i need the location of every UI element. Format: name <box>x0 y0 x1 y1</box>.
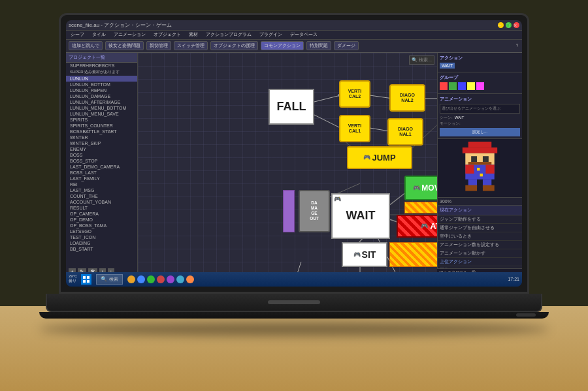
node-wait[interactable]: 🎮 WAIT <box>331 193 390 239</box>
menu-plugin[interactable]: プラグイン <box>257 31 284 38</box>
menu-scene[interactable]: シーフ <box>69 31 86 38</box>
action-item-2[interactable]: 通常ジャンプを自由させる <box>438 224 522 232</box>
svg-rect-17 <box>468 142 492 148</box>
sidebar-item-letssgo[interactable]: LETSSGO <box>66 228 137 234</box>
sidebar-item-bossbattle[interactable]: BOSSBATTLE_START <box>66 129 137 134</box>
right-wait-value: WAIT <box>440 63 455 69</box>
toolbar-object-mgmt[interactable]: オブジェクトの護理 <box>210 41 258 50</box>
sidebar-item-lunlun-menu-save[interactable]: LUNLUN_MENU_SAVE <box>66 111 137 117</box>
taskbar-icon-app4[interactable] <box>176 275 184 283</box>
taskbar-icon-app5[interactable] <box>186 275 194 283</box>
action-item-6[interactable]: 上位アクション <box>438 258 522 266</box>
menu-animation[interactable]: アニメーション <box>112 31 148 38</box>
block-striped-1 <box>404 202 437 213</box>
taskbar-icon-app1[interactable] <box>147 275 155 283</box>
taskbar-icon-browser[interactable] <box>137 275 145 283</box>
menu-object[interactable]: オブジェクト <box>152 31 183 38</box>
taskbar-weather: 29°C 曇り <box>69 274 77 284</box>
color-swatch-4[interactable] <box>467 82 475 90</box>
screen-content: scene_file.au - アクション・シーン・ゲーム − □ × シーフ … <box>66 20 522 287</box>
node-fall[interactable]: FALL <box>269 89 314 125</box>
taskbar-icon-file[interactable] <box>127 275 135 283</box>
close-btn[interactable]: × <box>514 22 519 28</box>
sidebar-item-enemy[interactable]: ENEMY <box>66 146 137 152</box>
sidebar-item-last-demo[interactable]: LAST_DEMO_CAMERA <box>66 164 137 170</box>
sidebar-item-superheroes[interactable]: SUPERHEROEBOYS <box>66 63 137 69</box>
sidebar-item-op-camera[interactable]: OP_CAMERA <box>66 211 137 217</box>
toolbar-special[interactable]: 特別問題 <box>306 41 331 50</box>
start-button[interactable] <box>81 274 91 285</box>
color-swatch-5[interactable] <box>476 82 484 90</box>
taskbar-search[interactable]: 🔍 検索 <box>96 274 123 285</box>
laptop: scene_file.au - アクション・シーン・ゲーム − □ × シーフ … <box>46 13 542 352</box>
sidebar-item-boss-last[interactable]: BOSS_LAST <box>66 170 137 176</box>
sidebar-item-op-demo[interactable]: OP_DEMO <box>66 217 137 223</box>
svg-rect-30 <box>465 185 477 191</box>
sidebar-item-lunlun-afterimage[interactable]: LUNLUN_AFTERIMAGE <box>66 99 137 105</box>
color-swatch-3[interactable] <box>458 82 466 90</box>
toolbar-common[interactable]: コモンアクション <box>261 41 304 50</box>
sidebar-item-winter[interactable]: WINTER <box>66 134 137 140</box>
menu-material[interactable]: 素材 <box>187 31 200 38</box>
sidebar-item-bb-start[interactable]: BB_START <box>66 246 137 252</box>
sidebar-item-lunlun-damage[interactable]: LUNLUN_DAMAGE <box>66 93 137 99</box>
sidebar-item-boss[interactable]: BOSS <box>66 152 137 158</box>
sidebar-item-spirits-counter[interactable]: SPIRITS_COUNTER <box>66 123 137 129</box>
animation-choose[interactable]: 選び出せるアニメーションを選ぶ <box>440 104 520 114</box>
menu-tile[interactable]: タイル <box>90 31 108 38</box>
node-vertical1[interactable]: VERTICAL1 <box>339 115 370 142</box>
node-sit[interactable]: 🎮 SIT <box>342 242 387 267</box>
taskbar-icon-app3[interactable] <box>167 275 174 283</box>
sidebar-item-test-icon[interactable]: TEST_ICON <box>66 234 137 240</box>
svg-rect-24 <box>465 165 474 174</box>
toolbar-add-jump[interactable]: 追加と跳んで <box>69 41 103 50</box>
action-item-1[interactable]: ジャンプ動作をする <box>438 215 522 224</box>
node-diagonal1[interactable]: DIAGONAL1 <box>387 118 423 146</box>
toolbar-kind[interactable]: 親切管理 <box>146 41 171 50</box>
node-jump[interactable]: 🎮 JUMP <box>347 146 412 169</box>
color-swatch-1[interactable] <box>440 82 448 90</box>
sidebar-item-lunlun-bottom[interactable]: LUNLUN_BOTTOM <box>66 82 137 87</box>
sidebar-item-boss-stop[interactable]: BOSS_STOP <box>66 158 137 164</box>
svg-rect-25 <box>485 165 494 174</box>
maximize-btn[interactable]: □ <box>506 22 512 28</box>
laptop-bottom-pad <box>39 312 549 319</box>
right-action-section: アクション WAIT <box>438 53 522 72</box>
help-icon[interactable]: ？ <box>515 42 519 49</box>
sidebar-item-result[interactable]: RESULT <box>66 205 137 211</box>
node-diagonal2[interactable]: DIAGONAL2 <box>389 84 425 112</box>
action-item-4[interactable]: アニメーション数を設定する <box>438 241 522 249</box>
menu-action[interactable]: アクションプログラム <box>204 31 253 38</box>
canvas-area[interactable]: FALL VERTICAL2 DIAGONAL2 FALL <box>138 53 437 287</box>
sidebar-item-op-boss-tama[interactable]: OP_BOSS_TAMA <box>66 223 137 228</box>
sidebar-item-winter-skip[interactable]: WINTER_SKIP <box>66 140 137 146</box>
node-move[interactable]: 🎮 MOVE <box>404 176 437 200</box>
node-attack[interactable]: 🎮 ATTACK <box>397 215 437 238</box>
sidebar-item-count-the[interactable]: COUNT_THE <box>66 193 137 199</box>
confirm-button[interactable]: 設定し... <box>440 128 520 136</box>
action-item-3[interactable]: 空中にいるとき <box>438 232 522 241</box>
sidebar-item-loading[interactable]: LOADING <box>66 240 137 246</box>
color-swatch-2[interactable] <box>449 82 457 90</box>
sidebar-item-lunlun[interactable]: LUNLUN <box>66 76 137 82</box>
sidebar-item-rei[interactable]: REI <box>66 181 137 187</box>
node-damage-out[interactable]: DAMAGEOUT <box>299 190 330 232</box>
sidebar-item-last-family[interactable]: LAST_FAMILY <box>66 176 137 181</box>
scene-label: シーン: <box>440 115 453 121</box>
action-item-5[interactable]: アニメーション動かす <box>438 249 522 258</box>
toolbar-switch[interactable]: スイッチ管理 <box>174 41 208 50</box>
node-vertical2[interactable]: VERTICAL2 <box>339 80 370 108</box>
taskbar-icon-app2[interactable] <box>157 275 165 283</box>
minimize-btn[interactable]: − <box>498 22 504 28</box>
sidebar-item-lunlun-repen[interactable]: LUNLUN_REPEN <box>66 87 137 93</box>
menu-database[interactable]: データベース <box>288 31 319 38</box>
sidebar-item-lunlun-menu-bottom[interactable]: LUNLUN_MENU_BOTTOM <box>66 105 137 111</box>
sidebar-item-super-material[interactable]: SUPER 込み素材があります <box>66 69 137 76</box>
laptop-base <box>46 294 542 312</box>
sidebar-item-last-msg[interactable]: LAST_MSG <box>66 187 137 193</box>
toolbar-girl[interactable]: 彼女と姿勢問題 <box>105 41 144 50</box>
toolbar-damage[interactable]: ダメージ <box>334 41 359 50</box>
sidebar-item-account-yoban[interactable]: ACCOUNT_YOBAN <box>66 199 137 205</box>
sidebar-item-spirits[interactable]: SPIRITS <box>66 117 137 123</box>
canvas-search-bar[interactable]: 🔍 検索... <box>409 55 434 65</box>
